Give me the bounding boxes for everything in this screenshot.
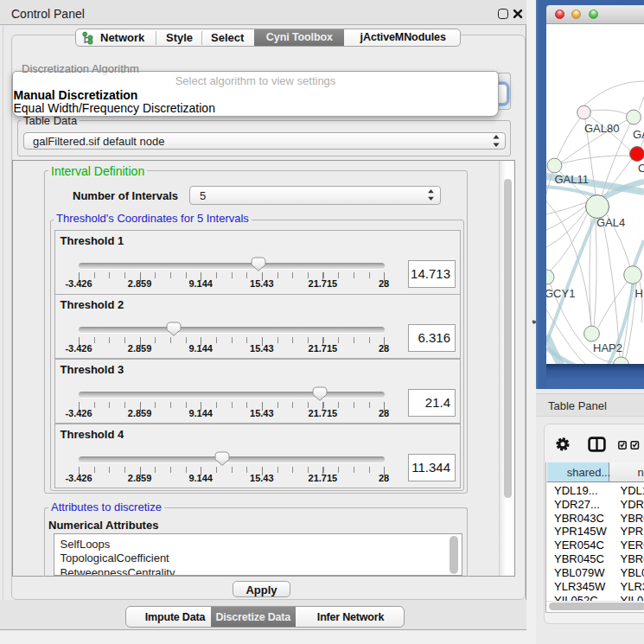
svg-text:GAL80: GAL80 bbox=[584, 121, 619, 134]
svg-text:GAL4: GAL4 bbox=[596, 215, 625, 228]
svg-text:GAL11: GAL11 bbox=[555, 172, 590, 185]
svg-text:H: H bbox=[635, 286, 643, 299]
svg-text:C: C bbox=[638, 161, 644, 174]
svg-text:HAP2: HAP2 bbox=[593, 341, 622, 354]
svg-text:GA: GA bbox=[633, 127, 644, 140]
svg-text:GCY1: GCY1 bbox=[546, 286, 575, 299]
